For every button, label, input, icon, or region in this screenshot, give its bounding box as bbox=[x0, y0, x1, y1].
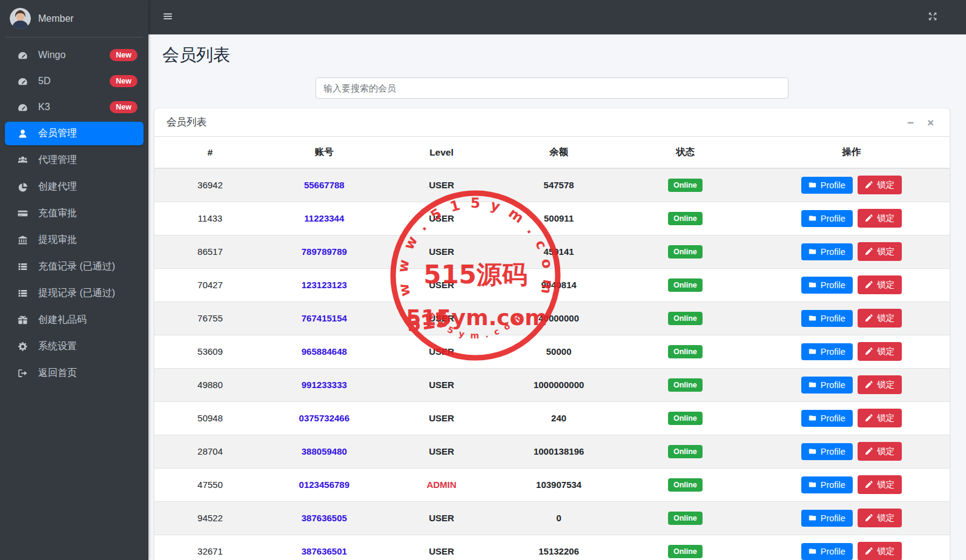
account-link[interactable]: 965884648 bbox=[302, 346, 347, 357]
minimize-icon[interactable]: − bbox=[907, 117, 914, 128]
sidebar-item-back-home[interactable]: 返回首页 bbox=[5, 361, 144, 385]
sidebar-item-wingo[interactable]: WingoNew bbox=[5, 44, 144, 67]
sidebar-item-create-giftcode[interactable]: 创建礼品码 bbox=[5, 308, 144, 332]
profile-button[interactable]: Profile bbox=[801, 476, 853, 493]
profile-button[interactable]: Profile bbox=[801, 443, 853, 460]
profile-button[interactable]: Profile bbox=[801, 277, 853, 294]
member-level: USER bbox=[383, 335, 500, 368]
account-link[interactable]: 0123456789 bbox=[299, 479, 349, 490]
card-title: 会员列表 bbox=[167, 116, 207, 129]
account-link[interactable]: 387636505 bbox=[302, 513, 347, 523]
table-row: 509480375732466USER240OnlineProfile锁定 bbox=[154, 401, 950, 435]
status-badge: Online bbox=[668, 478, 703, 492]
lock-button[interactable]: 锁定 bbox=[858, 375, 902, 394]
member-balance: 0 bbox=[500, 501, 617, 535]
member-id: 11433 bbox=[154, 202, 266, 235]
profile-button[interactable]: Profile bbox=[801, 210, 853, 227]
sidebar-item-create-agent[interactable]: 创建代理 bbox=[5, 175, 144, 199]
member-level: USER bbox=[383, 435, 500, 468]
table-row: 475500123456789ADMIN103907534OnlineProfi… bbox=[154, 468, 950, 501]
account-link[interactable]: 0375732466 bbox=[299, 413, 349, 423]
lock-button[interactable]: 锁定 bbox=[858, 209, 902, 228]
column-header: # bbox=[154, 137, 266, 168]
gift-icon bbox=[17, 315, 30, 325]
lock-button[interactable]: 锁定 bbox=[858, 242, 902, 261]
sidebar-item-label: 5D bbox=[38, 76, 50, 87]
lock-button[interactable]: 锁定 bbox=[858, 542, 902, 560]
folder-icon bbox=[809, 248, 816, 255]
lock-button[interactable]: 锁定 bbox=[858, 475, 902, 494]
folder-icon bbox=[809, 281, 816, 289]
member-id: 32671 bbox=[154, 535, 266, 560]
folder-icon bbox=[809, 481, 816, 489]
sidebar-item-withdraw-records[interactable]: 提现记录 (已通过) bbox=[5, 282, 144, 305]
status-badge: Online bbox=[668, 179, 703, 192]
search-input[interactable] bbox=[316, 77, 789, 99]
close-icon[interactable]: × bbox=[927, 117, 934, 128]
profile-button[interactable]: Profile bbox=[801, 177, 853, 194]
pencil-icon bbox=[865, 248, 873, 255]
account-link[interactable]: 991233333 bbox=[302, 380, 347, 390]
status-badge: Online bbox=[668, 312, 703, 325]
lock-button[interactable]: 锁定 bbox=[858, 309, 902, 328]
card-tools: − × bbox=[907, 117, 938, 128]
sidebar-item-k3[interactable]: K3New bbox=[5, 96, 144, 119]
sidebar-item-member-manage[interactable]: 会员管理 bbox=[5, 122, 144, 145]
member-level: USER bbox=[383, 501, 500, 535]
account-link[interactable]: 55667788 bbox=[304, 180, 345, 190]
sidebar-item-system-settings[interactable]: 系统设置 bbox=[5, 335, 144, 358]
lock-button[interactable]: 锁定 bbox=[858, 176, 902, 194]
account-link[interactable]: 11223344 bbox=[304, 213, 344, 223]
lock-button[interactable]: 锁定 bbox=[858, 342, 902, 361]
account-link[interactable]: 767415154 bbox=[302, 313, 347, 323]
sidebar-item-label: 创建礼品码 bbox=[38, 314, 87, 326]
profile-button[interactable]: Profile bbox=[801, 243, 853, 260]
search-row bbox=[154, 77, 950, 99]
pencil-icon bbox=[865, 414, 873, 422]
member-balance: 500911 bbox=[500, 202, 617, 235]
sidebar-divider bbox=[5, 37, 143, 38]
sidebar-item-recharge-approve[interactable]: 充值审批 bbox=[5, 202, 144, 225]
account-link[interactable]: 387636501 bbox=[302, 546, 347, 556]
pencil-icon bbox=[865, 314, 873, 322]
new-badge: New bbox=[110, 75, 137, 87]
folder-icon bbox=[809, 414, 816, 422]
sidebar-item-recharge-records[interactable]: 充值记录 (已通过) bbox=[5, 255, 144, 278]
lock-button[interactable]: 锁定 bbox=[858, 509, 902, 527]
menu-toggle-icon[interactable] bbox=[162, 11, 174, 23]
pencil-icon bbox=[865, 348, 873, 355]
member-balance: 15132206 bbox=[500, 535, 617, 560]
user-name: Member bbox=[38, 13, 74, 24]
profile-button[interactable]: Profile bbox=[801, 510, 853, 527]
folder-icon bbox=[809, 214, 816, 222]
bank-icon bbox=[17, 235, 30, 245]
table-row: 94522387636505USER0OnlineProfile锁定 bbox=[154, 501, 950, 535]
profile-button[interactable]: Profile bbox=[801, 410, 853, 427]
member-level: USER bbox=[383, 168, 500, 202]
table-row: 53609965884648USER50000OnlineProfile锁定 bbox=[154, 335, 950, 368]
profile-button[interactable]: Profile bbox=[801, 377, 853, 394]
member-balance: 103907534 bbox=[500, 468, 617, 501]
table-row: 76755767415154USER40000000OnlineProfile锁… bbox=[154, 301, 950, 335]
sidebar-item-withdraw-approve[interactable]: 提现审批 bbox=[5, 228, 144, 252]
account-link[interactable]: 123123123 bbox=[302, 280, 347, 290]
profile-button[interactable]: Profile bbox=[801, 343, 853, 360]
lock-button[interactable]: 锁定 bbox=[858, 409, 902, 427]
member-balance: 240 bbox=[500, 401, 617, 435]
sidebar-item-agent-manage[interactable]: 代理管理 bbox=[5, 148, 144, 172]
status-badge: Online bbox=[668, 345, 703, 358]
pencil-icon bbox=[865, 547, 873, 555]
account-link[interactable]: 789789789 bbox=[302, 246, 347, 257]
account-link[interactable]: 388059480 bbox=[302, 446, 347, 456]
member-level: ADMIN bbox=[383, 468, 500, 501]
member-level: USER bbox=[383, 235, 500, 268]
profile-button[interactable]: Profile bbox=[801, 310, 853, 327]
sidebar-item-5d[interactable]: 5DNew bbox=[5, 70, 144, 93]
lock-button[interactable]: 锁定 bbox=[858, 275, 902, 294]
fullscreen-icon[interactable] bbox=[927, 11, 939, 23]
member-balance: 547578 bbox=[500, 168, 617, 202]
lock-button[interactable]: 锁定 bbox=[858, 442, 902, 461]
profile-button[interactable]: Profile bbox=[801, 543, 853, 560]
users-icon bbox=[17, 155, 30, 165]
member-balance: 1000138196 bbox=[500, 435, 617, 468]
